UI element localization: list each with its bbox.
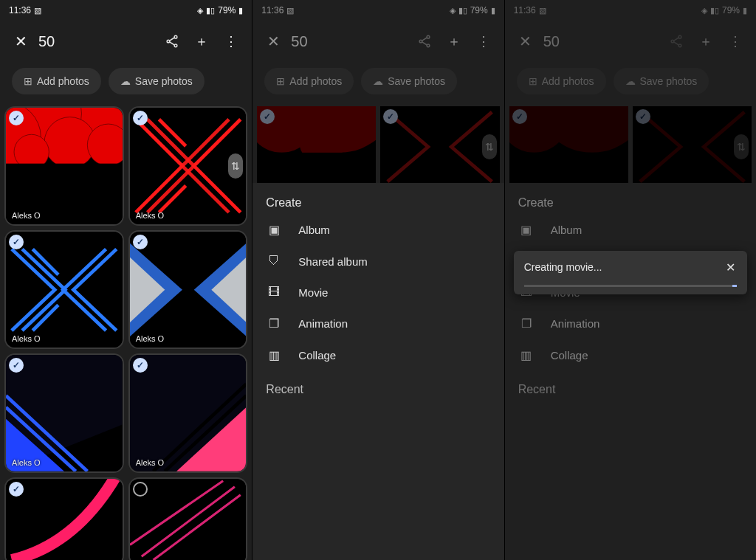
save-photos-button[interactable]: ☁Save photos <box>614 68 709 94</box>
photo-thumb[interactable]: ✓ <box>509 106 628 187</box>
item-label: Collage <box>298 349 336 362</box>
close-button[interactable]: ✕ <box>511 27 540 56</box>
close-icon[interactable]: ✕ <box>721 257 741 277</box>
photo-grid[interactable]: ✓ Aleks O ✓ ⇅ <box>0 106 252 560</box>
reorder-handle[interactable]: ⇅ <box>482 134 497 159</box>
check-icon[interactable]: ✓ <box>383 109 398 124</box>
save-photos-button[interactable]: ☁Save photos <box>361 68 457 94</box>
create-collage[interactable]: ▥Collage <box>252 339 504 371</box>
status-battery: 79% <box>722 5 740 15</box>
close-button[interactable]: ✕ <box>6 27 35 56</box>
close-button[interactable]: ✕ <box>258 27 288 56</box>
check-icon[interactable]: ✓ <box>133 111 148 125</box>
cloud-icon: ☁ <box>373 75 383 87</box>
recent-heading: Recent <box>252 371 504 396</box>
create-album[interactable]: ▣Album <box>252 214 504 246</box>
animation-icon: ❐ <box>518 317 535 331</box>
add-photos-button[interactable]: ⊞Add photos <box>517 68 606 94</box>
create-animation[interactable]: ❐Animation <box>252 308 504 339</box>
reorder-handle[interactable]: ⇅ <box>734 134 749 159</box>
author-label: Aleks O <box>12 211 41 220</box>
share-icon[interactable] <box>662 27 691 56</box>
check-icon[interactable]: ✓ <box>9 235 24 249</box>
thumb-art <box>130 355 247 471</box>
check-icon[interactable]: ✓ <box>133 482 148 497</box>
author-label: Aleks O <box>12 334 41 343</box>
add-icon[interactable]: ＋ <box>691 27 721 56</box>
overflow-icon[interactable]: ⋮ <box>469 27 498 56</box>
movie-icon: 🎞 <box>266 286 282 299</box>
create-album[interactable]: ▣Album <box>505 214 756 246</box>
thumb-art <box>380 106 499 187</box>
wifi-icon: ◈ <box>450 6 456 15</box>
chip-row: ⊞Add photos ☁Save photos <box>505 62 756 106</box>
create-animation[interactable]: ❐Animation <box>505 308 756 339</box>
create-collage[interactable]: ▥Collage <box>505 339 756 371</box>
save-photos-button[interactable]: ☁ Save photos <box>109 68 205 94</box>
screen-create-sheet: 11:36▧ ◈▮▯79%▮ ✕ 50 ＋ ⋮ ⊞Add photos ☁Sav… <box>252 0 504 560</box>
add-icon[interactable]: ＋ <box>187 27 216 56</box>
check-icon[interactable]: ✓ <box>9 482 24 497</box>
recent-heading: Recent <box>505 371 756 396</box>
thumb-art <box>509 106 628 187</box>
svg-point-35 <box>419 40 422 43</box>
check-icon[interactable]: ✓ <box>260 109 275 124</box>
photo-thumb[interactable]: ✓ ⇅ <box>380 106 499 187</box>
status-bar: 11:36▧ ◈▮▯79%▮ <box>505 0 756 21</box>
item-label: Shared album <box>298 255 367 268</box>
add-icon[interactable]: ＋ <box>439 27 469 56</box>
create-bottom-sheet: Create ▣Album ⛉Shared album 🎞Movie ❐Anim… <box>252 183 504 560</box>
svg-point-34 <box>427 35 430 38</box>
status-time: 11:36 <box>9 5 31 15</box>
photo-thumb[interactable]: ✓ Aleks O <box>4 230 124 350</box>
check-icon[interactable]: ✓ <box>512 109 527 124</box>
chip-row: ⊞Add photos ☁Save photos <box>252 62 504 106</box>
selection-count: 50 <box>543 33 662 50</box>
photo-thumb[interactable]: ✓ <box>4 477 124 560</box>
add-photos-button[interactable]: ⊞ Add photos <box>12 68 101 94</box>
thumb-art <box>6 232 123 348</box>
reorder-handle[interactable]: ⇅ <box>228 153 243 179</box>
photo-thumb[interactable]: ✓ <box>257 106 376 187</box>
creating-movie-snackbar: ✕ Creating movie... <box>514 251 747 294</box>
screenshot-icon: ▧ <box>539 6 546 15</box>
create-shared-album[interactable]: ⛉Shared album <box>252 246 504 277</box>
collage-icon: ▥ <box>266 348 282 362</box>
app-bar: ✕ 50 ＋ ⋮ <box>0 21 252 62</box>
svg-point-2 <box>174 44 177 47</box>
overflow-icon[interactable]: ⋮ <box>721 27 750 56</box>
photo-thumb[interactable]: ✓ Aleks O <box>4 353 124 473</box>
check-icon[interactable]: ✓ <box>133 235 148 249</box>
svg-point-0 <box>174 35 177 38</box>
check-icon[interactable]: ✓ <box>636 109 650 124</box>
share-icon[interactable] <box>410 27 439 56</box>
photo-thumb[interactable]: ✓ Aleks O <box>128 353 248 473</box>
item-label: Animation <box>298 317 348 330</box>
svg-point-1 <box>167 40 170 43</box>
photo-thumb[interactable]: ✓ Aleks O <box>128 230 248 350</box>
check-icon[interactable]: ✓ <box>9 111 24 125</box>
overflow-icon[interactable]: ⋮ <box>216 27 246 56</box>
photo-thumb[interactable]: ✓ <box>128 477 248 560</box>
photo-thumb[interactable]: ✓ ⇅ <box>633 106 752 187</box>
svg-line-48 <box>674 38 679 41</box>
status-bar: 11:36▧ ◈▮▯79%▮ <box>252 0 504 21</box>
add-photos-button[interactable]: ⊞Add photos <box>264 68 354 94</box>
sheet-heading: Create <box>252 196 504 214</box>
svg-line-4 <box>170 42 175 45</box>
thumb-art <box>6 355 123 471</box>
cloud-icon: ☁ <box>120 75 131 87</box>
svg-point-46 <box>671 40 674 43</box>
check-icon[interactable]: ✓ <box>133 358 148 373</box>
photo-thumb[interactable]: ✓ Aleks O <box>4 106 124 226</box>
create-movie[interactable]: 🎞Movie <box>252 277 504 308</box>
item-label: Movie <box>298 286 328 299</box>
svg-point-41 <box>257 106 317 153</box>
svg-line-49 <box>674 42 679 45</box>
photo-thumb[interactable]: ✓ ⇅ Aleks O <box>128 106 248 226</box>
add-photos-icon: ⊞ <box>276 75 285 87</box>
share-icon[interactable] <box>157 27 187 56</box>
battery-icon: ▮ <box>238 6 243 15</box>
add-photos-icon: ⊞ <box>24 75 32 87</box>
snackbar-message: Creating movie... <box>524 261 737 273</box>
